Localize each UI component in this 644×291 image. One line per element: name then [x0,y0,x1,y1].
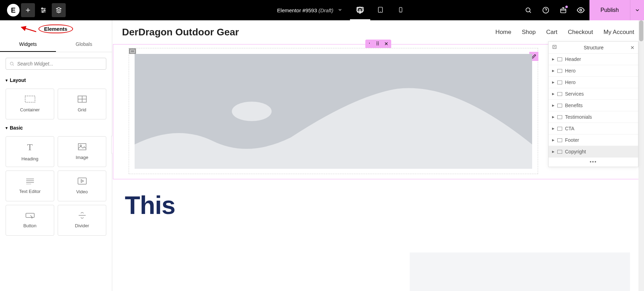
structure-item-copyright[interactable]: ▶Copyright [549,146,638,158]
finder-search-button[interactable] [520,0,537,20]
widget-button[interactable]: Button [6,205,54,236]
svg-point-42 [232,102,272,121]
mobile-view-button[interactable] [391,0,411,20]
chevron-down-icon[interactable] [337,7,342,13]
widget-label: Grid [78,107,86,112]
structure-item-label: Hero [565,68,575,74]
heading-icon: T [27,142,33,153]
svg-rect-30 [78,144,86,150]
elements-panel: Elements Widgets Globals Layout Containe… [0,20,112,291]
svg-rect-52 [558,150,562,153]
widget-text-editor[interactable]: Text Editor [6,171,54,201]
widget-divider[interactable]: Divider [58,205,106,236]
help-button[interactable] [537,0,554,20]
widget-video[interactable]: Video [58,171,106,201]
nav-home[interactable]: Home [495,29,511,36]
structure-button[interactable] [52,3,66,17]
publish-options-button[interactable] [630,0,644,20]
globals-tab[interactable]: Globals [56,37,112,52]
widgets-tab[interactable]: Widgets [0,37,56,52]
nav-my-account[interactable]: My Account [603,29,634,36]
structure-item-header[interactable]: ▶Header [549,54,638,65]
structure-item-footer[interactable]: ▶Footer [549,134,638,146]
structure-collapse-icon[interactable] [552,44,557,50]
svg-point-6 [44,9,45,11]
svg-marker-37 [81,180,84,182]
document-title-text: Elementor #9593 [277,7,317,13]
document-title[interactable]: Elementor #9593 (Draft) [277,7,334,13]
notification-dot-icon [565,6,568,8]
scrollbar[interactable] [638,20,644,291]
text-editor-icon [26,178,35,185]
add-element-button[interactable] [21,3,35,17]
document-status: (Draft) [319,7,334,13]
preview-button[interactable] [572,0,589,20]
hero-headline: This [112,179,644,217]
content-panel [410,252,630,291]
structure-item-label: Hero [565,79,575,85]
structure-item-hero[interactable]: ▶Hero [549,65,638,77]
widget-label: Image [76,155,88,160]
tablet-view-button[interactable] [370,0,391,20]
top-toolbar: E Elementor #9593 (Draft) [0,0,644,20]
grid-icon [78,96,87,104]
svg-marker-8 [56,8,61,10]
layout-section-header[interactable]: Layout [0,75,112,85]
svg-rect-46 [558,81,562,84]
svg-point-17 [526,8,530,12]
column-tag-icon[interactable] [129,48,136,54]
svg-rect-43 [553,45,556,48]
whats-new-button[interactable] [554,0,572,20]
widget-container[interactable]: Container [6,89,54,119]
widget-label: Button [23,223,37,228]
image-icon [78,143,86,151]
widget-label: Text Editor [19,189,41,194]
structure-item-hero-2[interactable]: ▶Hero [549,77,638,88]
svg-rect-40 [131,50,135,53]
basic-section-header[interactable]: Basic [0,123,112,133]
widget-label: Container [20,107,40,112]
structure-item-label: Services [565,91,584,97]
svg-rect-49 [558,115,562,119]
svg-line-18 [529,12,531,13]
delete-section-button[interactable]: ✕ [384,41,388,47]
publish-button[interactable]: Publish [589,0,630,20]
widget-label: Video [76,189,88,194]
svg-rect-36 [78,178,86,184]
structure-item-benefits[interactable]: ▶Benefits [549,100,638,111]
scrollbar-thumb[interactable] [639,20,643,41]
column-outline[interactable] [129,48,538,174]
button-icon [26,212,35,220]
nav-shop[interactable]: Shop [522,29,536,36]
svg-rect-50 [558,127,562,130]
widget-label: Divider [75,223,89,228]
desktop-view-button[interactable] [350,0,370,20]
search-widget-input[interactable] [17,61,102,67]
image-placeholder[interactable] [135,54,532,169]
svg-line-25 [13,65,14,66]
widget-grid[interactable]: Grid [58,89,106,119]
structure-item-label: Footer [565,137,579,143]
structure-more-button[interactable]: ••• [549,158,638,167]
site-title: DerDragon Outdoor Gear [122,27,239,38]
nav-checkout[interactable]: Checkout [568,29,593,36]
drag-section-handle[interactable]: ⠿ [376,41,379,47]
structure-item-services[interactable]: ▶Services [549,88,638,100]
close-structure-button[interactable]: ✕ [630,45,635,50]
elementor-logo[interactable]: E [7,4,20,16]
svg-line-23 [22,22,36,37]
structure-item-testimonials[interactable]: ▶Testimonials [549,111,638,123]
svg-rect-44 [558,57,562,61]
add-section-button[interactable]: + [368,41,371,47]
svg-rect-10 [357,7,363,11]
site-settings-button[interactable] [36,3,50,17]
widget-heading[interactable]: T Heading [6,136,54,167]
widget-image[interactable]: Image [58,136,106,167]
nav-cart[interactable]: Cart [546,29,557,36]
search-widget-box[interactable] [6,58,106,70]
structure-item-label: Copyright [565,149,586,154]
svg-point-7 [42,11,43,12]
structure-panel: Structure ✕ ▶Header ▶Hero ▶Hero ▶Service… [548,41,638,167]
structure-item-cta[interactable]: ▶CTA [549,123,638,134]
svg-point-22 [580,9,582,11]
